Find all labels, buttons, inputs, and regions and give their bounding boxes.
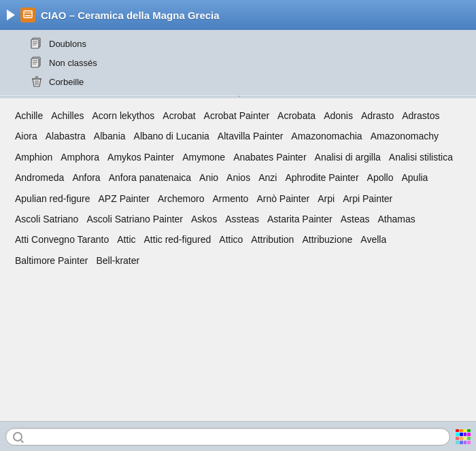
tag-item[interactable]: Anio xyxy=(195,169,222,186)
tag-item[interactable]: Attic red-figured xyxy=(140,231,216,248)
tag-item[interactable]: Anzi xyxy=(254,169,281,186)
tag-item[interactable]: Arpi Painter xyxy=(339,190,396,207)
color-cell xyxy=(464,441,467,444)
tag-item[interactable]: Anabates Painter xyxy=(229,148,310,166)
tag-item[interactable]: Attribution xyxy=(247,231,298,248)
search-icon xyxy=(13,432,22,441)
tag-item[interactable]: Acrobata xyxy=(273,107,320,124)
bottom-bar xyxy=(0,421,476,451)
tag-item[interactable]: Albano di Lucania xyxy=(130,127,214,145)
tag-item[interactable]: Andromeda xyxy=(11,169,68,186)
tag-item[interactable]: Avella xyxy=(356,231,390,248)
divider xyxy=(0,97,476,97)
tag-item[interactable]: Aiora xyxy=(11,127,41,145)
tag-item[interactable]: Asteas xyxy=(337,210,374,228)
title-bar: CIAO – Ceramica della Magna Grecia xyxy=(0,0,476,30)
tag-item[interactable]: Altavilla Painter xyxy=(214,127,288,145)
svg-rect-9 xyxy=(31,59,39,67)
tag-item[interactable]: Arpi xyxy=(313,190,339,207)
tag-item[interactable]: Assteas xyxy=(221,210,263,228)
tag-item[interactable]: Apollo xyxy=(363,169,398,186)
tag-item[interactable]: Attribuzione xyxy=(298,231,356,248)
tag-item[interactable]: Achilles xyxy=(47,107,88,124)
color-cell xyxy=(464,433,467,436)
tag-item[interactable]: Aphrodite Painter xyxy=(281,169,362,186)
window-title: CIAO – Ceramica della Magna Grecia xyxy=(41,10,220,21)
tag-item[interactable]: Analisi stilistica xyxy=(385,148,457,166)
color-cell xyxy=(467,433,471,436)
nonclasses-label: Non classés xyxy=(49,58,97,68)
tag-item[interactable]: Apulian red-figure xyxy=(11,190,95,207)
tag-item[interactable]: Amazonomachy xyxy=(367,127,443,145)
color-cell xyxy=(456,433,459,436)
color-grid-button[interactable] xyxy=(456,429,471,444)
tag-item[interactable]: Adrastos xyxy=(398,107,443,124)
color-cell xyxy=(456,437,459,440)
svg-rect-4 xyxy=(31,39,39,48)
doublons-icon xyxy=(30,37,44,50)
tag-item[interactable]: Anfora xyxy=(68,169,104,186)
tag-cloud: AchilleAchillesAcorn lekythosAcrobatAcro… xyxy=(0,99,476,421)
tag-item[interactable]: Ascoli Satriano Painter xyxy=(82,210,187,228)
tag-item[interactable]: Astarita Painter xyxy=(263,210,337,228)
tag-item[interactable]: Atti Convegno Taranto xyxy=(11,231,113,248)
tag-item[interactable]: Amymone xyxy=(178,148,229,166)
tag-item[interactable]: Amphora xyxy=(56,148,103,166)
color-cell xyxy=(467,429,471,433)
color-cell xyxy=(460,441,463,444)
color-cell xyxy=(456,429,459,433)
tag-item[interactable]: Amphion xyxy=(11,148,56,166)
tag-item[interactable]: Amykos Painter xyxy=(103,148,178,166)
tag-item[interactable]: Anfora panatenaica xyxy=(105,169,195,186)
tag-item[interactable]: Achille xyxy=(11,107,47,124)
tag-item[interactable]: Adonis xyxy=(320,107,357,124)
tag-item[interactable]: Baltimore Painter xyxy=(11,252,92,269)
sidebar-item-doublons[interactable]: Doublons xyxy=(27,35,476,52)
tag-item[interactable]: Adrasto xyxy=(357,107,398,124)
tag-item[interactable]: Anios xyxy=(222,169,254,186)
tag-item[interactable]: Archemoro xyxy=(154,190,208,207)
tag-item[interactable]: Attic xyxy=(113,231,139,248)
color-cell xyxy=(460,429,463,433)
tag-item[interactable]: Attico xyxy=(215,231,247,248)
corbeille-label: Corbeille xyxy=(49,77,84,87)
tag-item[interactable]: Askos xyxy=(187,210,221,228)
svg-rect-2 xyxy=(25,15,31,16)
tag-item[interactable]: Acorn lekythos xyxy=(88,107,159,124)
app-icon xyxy=(20,7,35,22)
tag-item[interactable]: Alabastra xyxy=(41,127,90,145)
tag-item[interactable]: Albania xyxy=(90,127,130,145)
corbeille-icon xyxy=(30,75,44,88)
tag-item[interactable]: Analisi di argilla xyxy=(311,148,385,166)
color-cell xyxy=(456,441,459,444)
search-input[interactable] xyxy=(27,431,443,441)
color-cell xyxy=(460,437,463,440)
color-cell xyxy=(467,441,471,444)
tag-item[interactable]: Arnò Painter xyxy=(252,190,313,207)
sidebar: Doublons Non classés Corbeille xyxy=(0,30,476,95)
sidebar-item-corbeille[interactable]: Corbeille xyxy=(27,73,476,90)
tag-item[interactable]: Athamas xyxy=(374,210,420,228)
tag-item[interactable]: Armento xyxy=(208,190,252,207)
search-box xyxy=(5,428,450,446)
svg-rect-0 xyxy=(24,11,32,18)
tag-item[interactable]: Bell-krater xyxy=(92,252,143,269)
color-cell xyxy=(464,437,467,440)
tag-item[interactable]: Amazonomachia xyxy=(287,127,366,145)
doublons-label: Doublons xyxy=(49,39,86,49)
color-cell xyxy=(464,429,467,433)
tag-item[interactable]: Acrobat Painter xyxy=(200,107,274,124)
sidebar-item-nonclasses[interactable]: Non classés xyxy=(27,54,476,71)
nonclasses-icon xyxy=(30,56,44,69)
tag-item[interactable]: Apulia xyxy=(397,169,432,186)
color-cell xyxy=(460,433,463,436)
color-cell xyxy=(467,437,471,440)
tag-item[interactable]: Acrobat xyxy=(158,107,199,124)
collapse-toggle[interactable] xyxy=(7,10,15,20)
tag-item[interactable]: Ascoli Satriano xyxy=(11,210,82,228)
tag-item[interactable]: APZ Painter xyxy=(95,190,154,207)
